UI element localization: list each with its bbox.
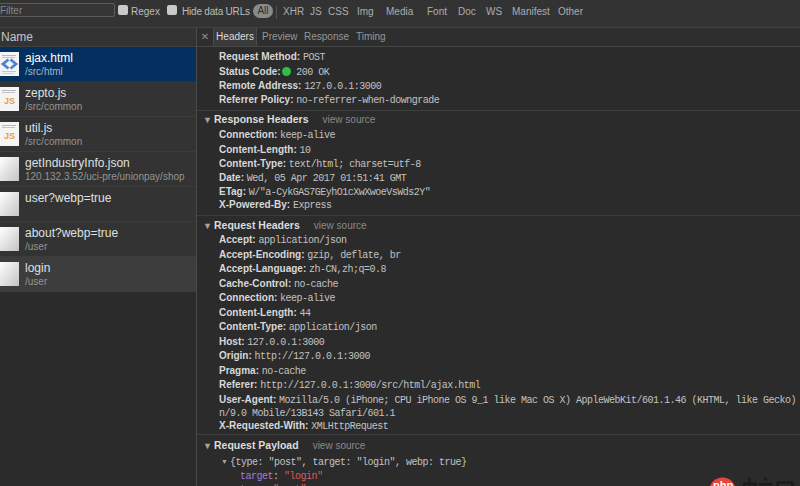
svg-text:JS: JS xyxy=(4,96,15,106)
svg-text:php: php xyxy=(713,479,733,486)
svg-text:JS: JS xyxy=(4,131,15,141)
